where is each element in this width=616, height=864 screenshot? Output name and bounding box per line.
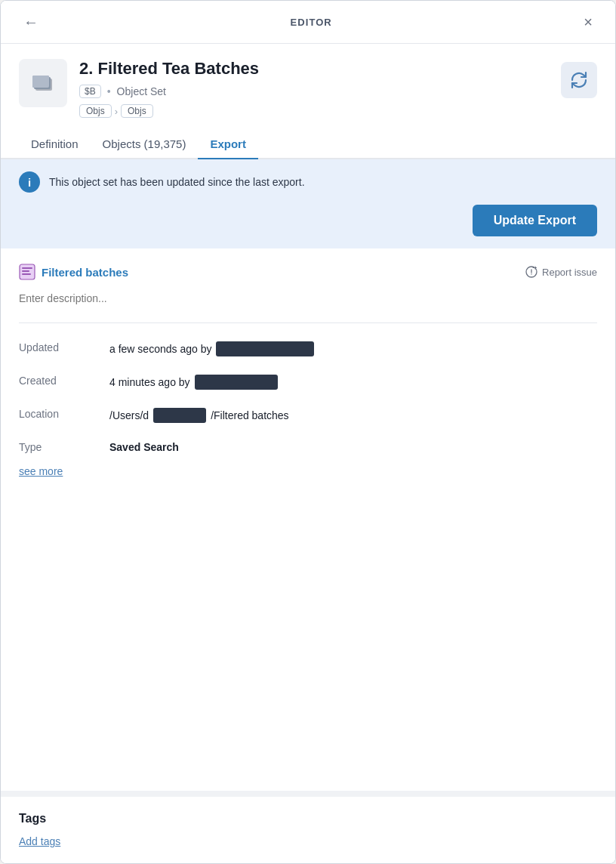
svg-rect-4 bbox=[32, 76, 49, 88]
type-value: Saved Search bbox=[109, 432, 597, 462]
tags-section: Tags Add tags bbox=[1, 791, 615, 863]
filtered-batches-icon bbox=[19, 264, 35, 280]
updated-value: a few seconds ago by bbox=[109, 332, 597, 366]
report-issue-label: Report issue bbox=[542, 267, 597, 278]
close-button[interactable]: × bbox=[579, 13, 597, 31]
svg-point-10 bbox=[531, 273, 531, 274]
update-export-button[interactable]: Update Export bbox=[473, 205, 597, 236]
content-section: Filtered batches Report issue Updated a … bbox=[1, 248, 615, 791]
section-header: Filtered batches Report issue bbox=[19, 264, 597, 280]
header-title: EDITOR bbox=[291, 17, 332, 28]
updated-redacted bbox=[216, 341, 314, 356]
object-meta-row: $B • Object Set bbox=[79, 85, 549, 98]
breadcrumb-arrow-icon: › bbox=[115, 106, 118, 117]
divider bbox=[19, 322, 597, 323]
section-title-text: Filtered batches bbox=[42, 266, 128, 279]
tab-objects[interactable]: Objects (19,375) bbox=[91, 130, 199, 159]
object-icon bbox=[19, 59, 67, 107]
refresh-button[interactable] bbox=[561, 62, 597, 98]
notice-banner: i This object set has been updated since… bbox=[1, 159, 615, 248]
notice-text: This object set has been updated since t… bbox=[49, 171, 305, 190]
location-value: /Users/d/Filtered batches bbox=[109, 399, 597, 432]
refresh-icon bbox=[570, 71, 588, 89]
created-redacted bbox=[195, 375, 278, 390]
location-redacted bbox=[153, 408, 206, 423]
svg-rect-7 bbox=[22, 270, 29, 272]
svg-rect-8 bbox=[22, 273, 31, 275]
breadcrumb-start: Objs bbox=[79, 104, 112, 118]
tags-title: Tags bbox=[19, 812, 597, 825]
see-more-link[interactable]: see more bbox=[19, 465, 63, 477]
report-issue-icon bbox=[525, 266, 537, 278]
location-label: Location bbox=[19, 399, 109, 432]
created-value: 4 minutes ago by bbox=[109, 366, 597, 399]
metadata-grid: Updated a few seconds ago by Created 4 m… bbox=[19, 332, 597, 462]
type-label: Type bbox=[19, 432, 109, 462]
breadcrumb: Objs › Objs bbox=[79, 104, 549, 118]
svg-rect-6 bbox=[22, 267, 32, 269]
breadcrumb-end: Objs bbox=[121, 104, 153, 118]
tab-definition[interactable]: Definition bbox=[19, 130, 91, 159]
add-tags-link[interactable]: Add tags bbox=[19, 835, 60, 847]
cards-icon bbox=[29, 69, 57, 97]
created-label: Created bbox=[19, 366, 109, 399]
tab-export[interactable]: Export bbox=[198, 130, 258, 159]
tabs-bar: Definition Objects (19,375) Export bbox=[1, 130, 615, 159]
object-badge: $B bbox=[79, 85, 101, 98]
object-info: 2. Filtered Tea Batches $B • Object Set … bbox=[1, 44, 615, 130]
editor-panel: ← EDITOR × 2. Filtered Tea Batches $B • bbox=[0, 0, 616, 864]
info-icon: i bbox=[19, 171, 40, 193]
object-details: 2. Filtered Tea Batches $B • Object Set … bbox=[79, 59, 549, 118]
report-issue-button[interactable]: Report issue bbox=[525, 266, 597, 278]
object-type-label: Object Set bbox=[117, 85, 166, 97]
notice-row: i This object set has been updated since… bbox=[19, 171, 597, 193]
object-title: 2. Filtered Tea Batches bbox=[79, 59, 549, 79]
header: ← EDITOR × bbox=[1, 1, 615, 44]
back-button[interactable]: ← bbox=[19, 13, 43, 31]
section-title: Filtered batches bbox=[19, 264, 128, 280]
description-input[interactable] bbox=[19, 289, 597, 313]
updated-label: Updated bbox=[19, 332, 109, 366]
